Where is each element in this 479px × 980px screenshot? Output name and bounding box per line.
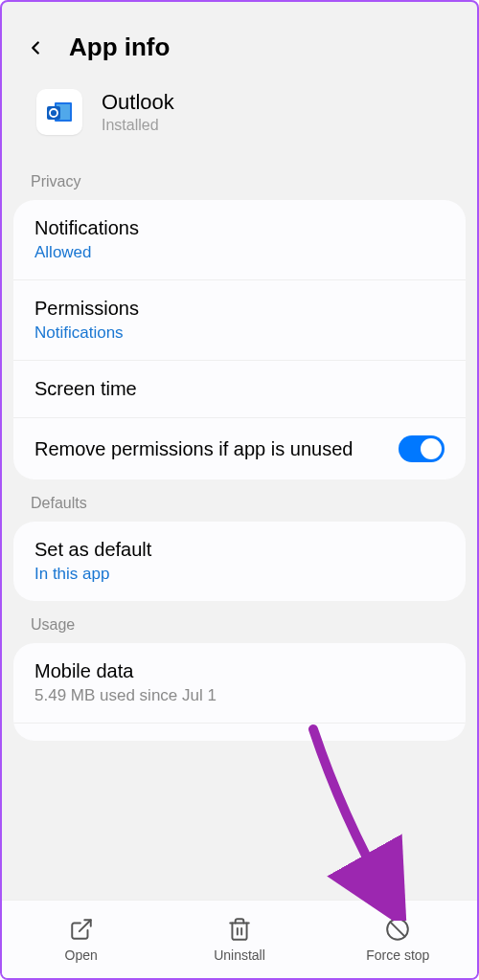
notifications-title: Notifications xyxy=(34,217,445,239)
mobile-data-title: Mobile data xyxy=(34,660,445,682)
section-privacy-label: Privacy xyxy=(2,158,477,200)
stop-icon xyxy=(385,917,410,942)
app-name: Outlook xyxy=(102,90,174,115)
mobile-data-item[interactable]: Mobile data 5.49 MB used since Jul 1 xyxy=(13,643,466,724)
remove-permissions-title: Remove permissions if app is unused xyxy=(34,436,399,462)
app-status: Installed xyxy=(102,117,174,134)
section-usage-label: Usage xyxy=(2,601,477,643)
cutoff-item xyxy=(13,724,466,741)
outlook-app-icon xyxy=(36,89,82,135)
app-header: Outlook Installed xyxy=(2,81,477,158)
open-button[interactable]: Open xyxy=(2,917,160,963)
svg-line-5 xyxy=(79,920,90,931)
svg-rect-2 xyxy=(47,106,60,120)
open-label: Open xyxy=(65,947,98,963)
mobile-data-subtitle: 5.49 MB used since Jul 1 xyxy=(34,686,445,705)
screentime-title: Screen time xyxy=(34,378,445,400)
set-default-subtitle: In this app xyxy=(34,565,445,584)
set-default-item[interactable]: Set as default In this app xyxy=(13,522,466,601)
open-icon xyxy=(69,917,94,942)
header: App info xyxy=(2,2,477,81)
trash-icon xyxy=(227,917,252,942)
remove-permissions-toggle[interactable] xyxy=(399,435,445,462)
permissions-title: Permissions xyxy=(34,298,445,320)
page-title: App info xyxy=(69,33,170,62)
bottom-bar: Open Uninstall Force stop xyxy=(2,900,477,978)
permissions-subtitle: Notifications xyxy=(34,323,445,343)
notifications-item[interactable]: Notifications Allowed xyxy=(13,200,466,280)
notifications-subtitle: Allowed xyxy=(34,243,445,262)
defaults-card: Set as default In this app xyxy=(13,522,466,601)
uninstall-button[interactable]: Uninstall xyxy=(160,917,318,963)
force-stop-button[interactable]: Force stop xyxy=(319,917,477,963)
back-icon[interactable] xyxy=(25,37,46,58)
uninstall-label: Uninstall xyxy=(214,947,265,963)
screentime-item[interactable]: Screen time xyxy=(13,361,466,418)
set-default-title: Set as default xyxy=(34,539,445,561)
force-stop-label: Force stop xyxy=(366,947,429,963)
section-defaults-label: Defaults xyxy=(2,479,477,522)
remove-permissions-item[interactable]: Remove permissions if app is unused xyxy=(13,418,466,479)
svg-line-9 xyxy=(391,922,405,936)
permissions-item[interactable]: Permissions Notifications xyxy=(13,280,466,361)
privacy-card: Notifications Allowed Permissions Notifi… xyxy=(13,200,466,479)
usage-card: Mobile data 5.49 MB used since Jul 1 xyxy=(13,643,466,741)
